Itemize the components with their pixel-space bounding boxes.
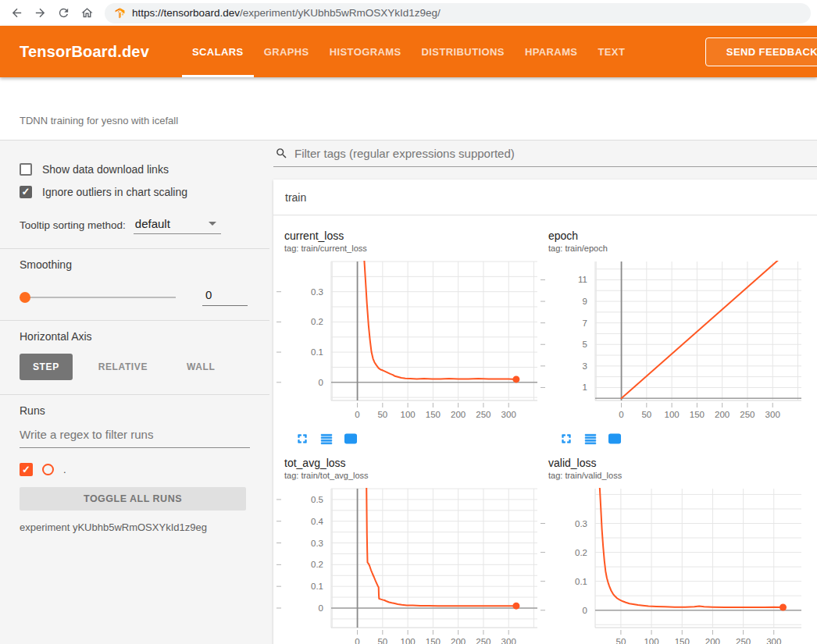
runs-label: Runs [20, 404, 250, 417]
tab-graphs[interactable]: GRAPHS [254, 26, 319, 77]
tag-group-title: train [285, 191, 306, 204]
svg-text:0: 0 [619, 410, 623, 419]
svg-text:0.1: 0.1 [575, 577, 587, 586]
checkbox-unchecked-icon[interactable] [20, 163, 32, 176]
svg-text:0.1: 0.1 [311, 582, 323, 591]
nav-tabs: SCALARS GRAPHS HISTOGRAMS DISTRIBUTIONS … [182, 26, 635, 77]
experiment-subheader: TDNN training for yesno with icefall [0, 77, 817, 141]
tab-text[interactable]: TEXT [587, 26, 635, 77]
chart-tag: tag: train/epoch [548, 244, 803, 253]
log-scale-icon[interactable] [583, 432, 598, 446]
chart-title: epoch [548, 229, 803, 242]
chart-tag: tag: train/tot_avg_loss [284, 471, 539, 480]
chart-title: valid_loss [548, 457, 803, 469]
smoothing-value-input[interactable]: 0 [202, 288, 248, 306]
svg-text:300: 300 [501, 410, 516, 419]
svg-text:200: 200 [705, 637, 720, 644]
tensorboard-favicon [114, 7, 126, 19]
browser-toolbar: https://tensorboard.dev/experiment/yKUbh… [0, 0, 817, 26]
ignore-outliers-checkbox[interactable]: ✓ Ignore outliers in chart scaling [20, 180, 250, 203]
step-axis-button[interactable]: STEP [20, 354, 73, 380]
svg-text:200: 200 [451, 637, 466, 644]
scalar-chart-card: valid_loss tag: train/valid_loss 00.10.2… [539, 457, 803, 644]
runs-filter-input[interactable]: Write a regex to filter runs [20, 417, 250, 448]
svg-text:150: 150 [675, 637, 690, 644]
slider-knob[interactable] [20, 292, 30, 303]
checkbox-checked-icon[interactable]: ✓ [20, 186, 32, 198]
filter-tags-input[interactable]: Filter tags (regular expressions support… [273, 141, 817, 167]
tab-scalars[interactable]: SCALARS [182, 26, 254, 77]
forward-icon[interactable] [30, 3, 50, 23]
svg-text:200: 200 [451, 410, 466, 419]
svg-text:0.2: 0.2 [311, 560, 323, 569]
tab-histograms[interactable]: HISTOGRAMS [319, 26, 412, 77]
svg-text:50: 50 [377, 410, 387, 419]
tab-distributions[interactable]: DISTRIBUTIONS [412, 26, 515, 77]
svg-text:300: 300 [766, 637, 781, 644]
svg-text:50: 50 [377, 637, 387, 644]
svg-text:9: 9 [583, 297, 587, 306]
search-icon [275, 147, 288, 160]
tooltip-sorting-label: Tooltip sorting method: [20, 219, 126, 234]
log-scale-icon[interactable] [319, 432, 334, 446]
toggle-all-runs-button[interactable]: TOGGLE ALL RUNS [20, 487, 246, 511]
svg-text:0: 0 [355, 410, 359, 419]
scalar-chart-canvas[interactable]: 1357911050100150200250300 [539, 258, 803, 425]
expand-chart-icon[interactable] [559, 432, 573, 446]
fit-domain-icon[interactable] [608, 432, 622, 446]
svg-text:250: 250 [736, 637, 751, 644]
tag-group-header[interactable]: train [273, 180, 817, 215]
svg-text:7: 7 [583, 318, 587, 328]
run-color-swatch [42, 464, 54, 475]
wall-axis-button[interactable]: WALL [173, 354, 228, 380]
svg-text:150: 150 [426, 410, 441, 419]
svg-text:250: 250 [476, 637, 491, 644]
svg-text:100: 100 [401, 637, 416, 644]
divider [0, 394, 269, 395]
scalar-chart-canvas[interactable]: 00.10.20.350100150200250300 [539, 485, 803, 644]
svg-text:50: 50 [641, 410, 651, 419]
svg-text:250: 250 [740, 410, 755, 419]
svg-text:300: 300 [501, 637, 516, 644]
smoothing-slider[interactable] [20, 292, 176, 303]
relative-axis-button[interactable]: RELATIVE [85, 354, 161, 380]
run-name: . [63, 464, 66, 475]
tensorboard-header: TensorBoard.dev SCALARS GRAPHS HISTOGRAM… [0, 26, 817, 77]
svg-text:0.2: 0.2 [311, 317, 323, 326]
svg-text:0: 0 [583, 606, 587, 615]
svg-text:5: 5 [583, 340, 587, 349]
filter-tags-placeholder: Filter tags (regular expressions support… [294, 147, 515, 160]
svg-text:0.5: 0.5 [311, 495, 323, 504]
home-icon[interactable] [77, 3, 97, 23]
svg-text:50: 50 [616, 637, 626, 644]
svg-text:0.4: 0.4 [311, 517, 324, 526]
scalar-chart-card: tot_avg_loss tag: train/tot_avg_loss 00.… [275, 457, 539, 644]
run-checkbox[interactable]: ✓ [20, 463, 33, 476]
run-list-item[interactable]: ✓ . [20, 459, 250, 479]
horizontal-axis-label: Horizontal Axis [20, 330, 250, 343]
fit-domain-icon[interactable] [344, 432, 358, 446]
svg-text:0: 0 [319, 603, 323, 613]
svg-text:11: 11 [578, 275, 587, 284]
svg-text:0.3: 0.3 [311, 539, 323, 548]
scalars-dashboard: Filter tags (regular expressions support… [269, 141, 817, 644]
svg-text:0: 0 [319, 378, 323, 387]
scalar-chart-canvas[interactable]: 00.10.20.3050100150200250300 [275, 258, 539, 425]
scalar-chart-canvas[interactable]: 00.10.20.30.40.5050100150200250300 [275, 485, 539, 644]
tab-hparams[interactable]: HPARAMS [515, 26, 588, 77]
svg-text:0.1: 0.1 [311, 347, 323, 357]
charts-grid: current_loss tag: train/current_loss 00.… [273, 215, 817, 644]
reload-icon[interactable] [53, 3, 73, 23]
experiment-title: TDNN training for yesno with icefall [0, 115, 178, 140]
send-feedback-button[interactable]: SEND FEEDBACK [705, 37, 817, 66]
show-download-links-checkbox[interactable]: Show data download links [20, 158, 250, 180]
expand-chart-icon[interactable] [295, 432, 309, 446]
tag-group-card: train current_loss tag: train/current_lo… [273, 180, 817, 644]
svg-text:100: 100 [665, 410, 680, 419]
address-bar[interactable]: https://tensorboard.dev/experiment/yKUbh… [105, 3, 811, 23]
svg-text:100: 100 [401, 410, 416, 419]
back-icon[interactable] [6, 3, 27, 23]
scalar-chart-card: current_loss tag: train/current_loss 00.… [275, 229, 539, 446]
tooltip-sorting-select[interactable]: default [134, 217, 221, 234]
slider-track[interactable] [20, 297, 176, 298]
